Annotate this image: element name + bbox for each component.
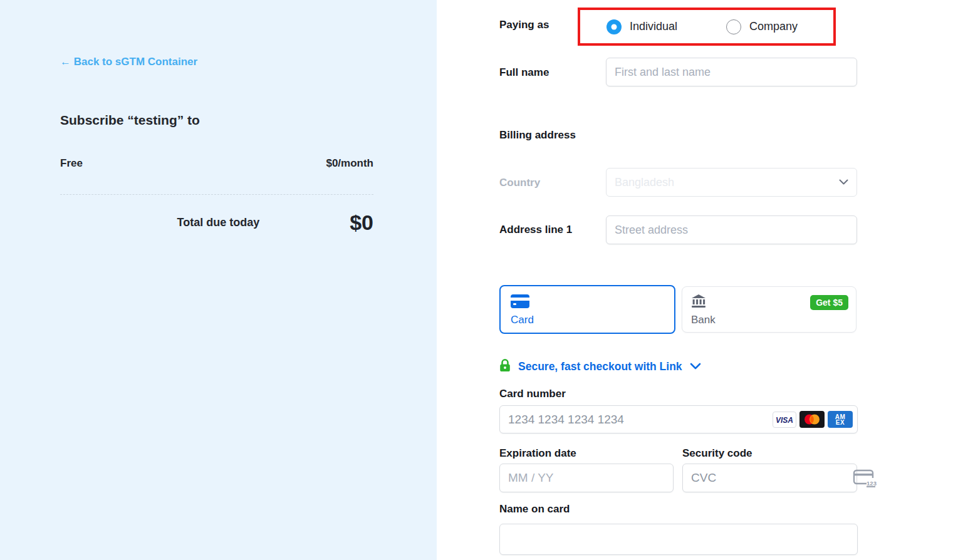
- full-name-input[interactable]: [606, 58, 857, 86]
- card-icon: [511, 299, 529, 310]
- radio-unchecked-icon[interactable]: [726, 19, 741, 34]
- cvc-card-icon: 123: [853, 469, 883, 487]
- lock-icon: [499, 359, 511, 375]
- security-code-input[interactable]: [683, 471, 853, 485]
- paying-as-label: Paying as: [499, 19, 549, 31]
- security-code-field: 123: [682, 464, 857, 492]
- link-banner-text: Secure, fast checkout with Link: [518, 360, 682, 373]
- total-label: Total due today: [177, 216, 260, 229]
- card-number-label: Card number: [499, 388, 566, 400]
- billing-address-label: Billing address: [499, 129, 576, 142]
- country-value: Bangladesh: [615, 176, 674, 189]
- name-on-card-input[interactable]: [499, 524, 858, 555]
- svg-text:123: 123: [867, 480, 877, 487]
- security-code-label: Security code: [682, 447, 752, 460]
- address-line1-input[interactable]: [606, 215, 857, 244]
- radio-label-individual: Individual: [630, 20, 677, 33]
- full-name-label: Full name: [499, 66, 549, 79]
- total-row: Total due today $0: [60, 210, 373, 235]
- radio-checked-icon[interactable]: [607, 19, 622, 34]
- link-checkout-banner[interactable]: Secure, fast checkout with Link: [499, 359, 701, 375]
- back-link[interactable]: ← Back to sGTM Container: [60, 56, 197, 68]
- annotation-highlight-box: Individual Company: [578, 8, 836, 46]
- expiration-input[interactable]: [499, 464, 674, 492]
- radio-label-company: Company: [749, 20, 798, 33]
- get-5-badge: Get $5: [810, 295, 848, 310]
- amex-icon: AM EX: [828, 411, 853, 428]
- card-brand-icons: VISA AM EX: [773, 411, 857, 428]
- name-on-card-label: Name on card: [499, 503, 570, 516]
- total-amount: $0: [350, 210, 373, 235]
- bank-icon: [691, 299, 706, 309]
- address-line1-label: Address line 1: [499, 224, 572, 236]
- plan-price: $0/month: [326, 157, 373, 170]
- svg-text:VISA: VISA: [776, 415, 793, 424]
- card-number-field: VISA AM EX: [499, 405, 858, 433]
- visa-icon: VISA: [773, 412, 796, 428]
- country-select[interactable]: Bangladesh: [606, 168, 857, 197]
- card-number-input[interactable]: [500, 413, 773, 427]
- payment-method-card-tab[interactable]: Card: [499, 285, 675, 334]
- order-summary-panel: ← Back to sGTM Container Subscribe “test…: [0, 0, 437, 560]
- summary-divider: [60, 194, 373, 195]
- expiration-label: Expiration date: [499, 447, 576, 460]
- plan-name: Free: [60, 157, 83, 170]
- bank-tab-label: Bank: [691, 314, 847, 326]
- plan-row: Free $0/month: [60, 157, 373, 170]
- payment-method-bank-tab[interactable]: Bank Get $5: [682, 286, 856, 333]
- radio-option-company[interactable]: Company: [726, 19, 798, 34]
- card-tab-label: Card: [511, 314, 664, 326]
- radio-option-individual[interactable]: Individual: [607, 19, 677, 34]
- chevron-down-icon[interactable]: [690, 361, 701, 373]
- payment-form-panel: Paying as Individual Company Full name B…: [437, 0, 958, 560]
- country-label: Country: [499, 177, 540, 189]
- checkout-page: ← Back to sGTM Container Subscribe “test…: [0, 0, 958, 560]
- page-title: Subscribe “testing” to: [60, 113, 200, 128]
- mastercard-icon: [799, 411, 825, 428]
- chevron-down-icon: [839, 177, 848, 188]
